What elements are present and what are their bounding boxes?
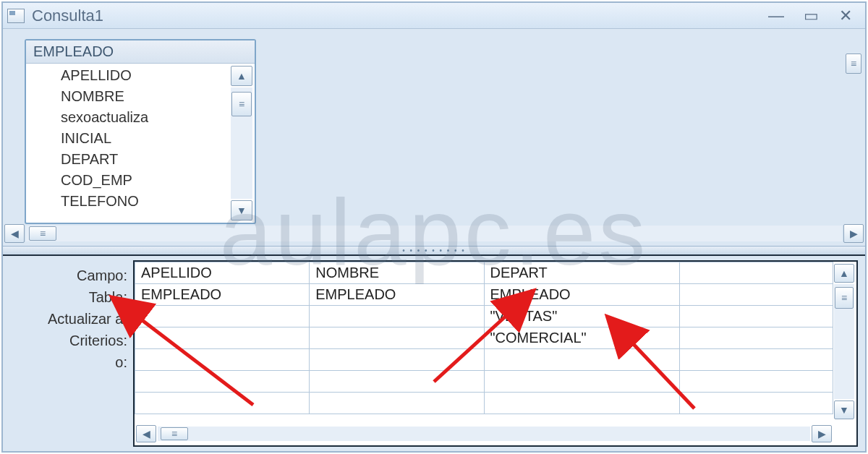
scroll-track[interactable] [834,284,854,399]
maximize-button[interactable]: ▭ [801,9,820,23]
row-extra [135,393,833,414]
cell-tabla[interactable]: EMPLEADO [310,284,484,306]
qbe-grid[interactable]: APELLIDO NOMBRE DEPART EMPLEADO EMPLEADO… [133,260,858,447]
qbe-vscroll[interactable]: ▲ ▼ [834,264,854,419]
cell-actualizar[interactable] [679,306,833,327]
minimize-button[interactable]: — [767,9,786,23]
cell-extra[interactable] [679,393,833,414]
cell-extra[interactable] [679,371,833,393]
scroll-thumb[interactable] [161,427,188,440]
field-item[interactable]: NOMBRE [61,86,255,107]
query-design-window: Consulta1 — ▭ ✕ EMPLEADO APELLIDO NOMBRE… [1,1,867,453]
field-item[interactable]: APELLIDO [61,65,255,86]
window-controls: — ▭ ✕ [767,9,861,23]
cell-criterios[interactable] [310,327,484,349]
row-label-o: o: [10,351,133,373]
titlebar: Consulta1 — ▭ ✕ [3,3,865,29]
cell-tabla[interactable]: EMPLEADO [484,284,679,306]
cell-criterios[interactable]: "COMERCIAL" [484,327,679,349]
cell-criterios[interactable] [135,327,310,349]
query-icon [7,9,25,23]
field-item[interactable]: DEPART [61,149,255,170]
field-item[interactable]: TELEFONO [61,191,255,212]
row-label-tabla: Tabla: [10,286,133,308]
row-criterios: "COMERCIAL" [135,327,833,349]
scroll-track[interactable] [158,427,810,441]
cell-o[interactable] [135,349,310,371]
table-fieldlist[interactable]: EMPLEADO APELLIDO NOMBRE sexoactualiza I… [25,39,256,224]
design-hscroll[interactable]: ◀ ▶ [4,223,864,244]
scroll-up-icon[interactable]: ▲ [231,66,252,86]
pane-splitter[interactable]: • • • • • • • • • [3,246,865,256]
design-vscroll[interactable] [843,33,864,241]
close-button[interactable]: ✕ [836,9,855,23]
design-surface[interactable]: EMPLEADO APELLIDO NOMBRE sexoactualiza I… [3,29,865,246]
scroll-track[interactable] [26,226,842,241]
window-title: Consulta1 [32,7,103,25]
cell-extra[interactable] [135,371,310,393]
cell-extra[interactable] [484,371,679,393]
fieldlist-scrollbar[interactable]: ▲ ▼ [231,66,252,220]
row-tabla: EMPLEADO EMPLEADO EMPLEADO [135,284,833,306]
qbe-grid-body[interactable]: APELLIDO NOMBRE DEPART EMPLEADO EMPLEADO… [135,262,833,422]
field-item[interactable]: COD_EMP [61,170,255,191]
scroll-thumb[interactable] [835,287,854,309]
table-fieldlist-title: EMPLEADO [26,40,255,64]
row-actualizar: "VENTAS" [135,306,833,327]
scroll-up-icon[interactable]: ▲ [834,264,854,283]
scroll-down-icon[interactable]: ▼ [231,200,252,220]
qbe-grid-area: Campo: Tabla: Actualizar a: Criterios: o… [3,256,865,451]
scroll-right-icon[interactable]: ▶ [812,425,832,442]
cell-o[interactable] [310,349,484,371]
cell-extra[interactable] [310,393,484,414]
row-campo: APELLIDO NOMBRE DEPART [135,262,833,284]
cell-criterios[interactable] [679,327,833,349]
scroll-left-icon[interactable]: ◀ [136,425,156,442]
scroll-thumb[interactable] [231,92,252,116]
row-label-actualizar: Actualizar a: [10,308,133,330]
cell-actualizar[interactable]: "VENTAS" [484,306,679,327]
field-item[interactable]: INICIAL [61,128,255,149]
cell-actualizar[interactable] [310,306,484,327]
scroll-thumb[interactable] [846,53,861,74]
cell-actualizar[interactable] [135,306,310,327]
cell-tabla[interactable]: EMPLEADO [135,284,310,306]
scroll-track[interactable] [231,87,252,199]
cell-campo[interactable] [679,262,833,284]
field-item[interactable]: sexoactualiza [61,107,255,128]
row-extra [135,371,833,393]
cell-campo[interactable]: NOMBRE [310,262,484,284]
scroll-right-icon[interactable]: ▶ [843,224,864,243]
scroll-left-icon[interactable]: ◀ [4,224,25,243]
qbe-row-labels: Campo: Tabla: Actualizar a: Criterios: o… [10,260,133,447]
scroll-thumb[interactable] [29,226,56,241]
cell-o[interactable] [679,349,833,371]
row-o [135,349,833,371]
cell-o[interactable] [484,349,679,371]
cell-campo[interactable]: DEPART [484,262,679,284]
cell-tabla[interactable] [679,284,833,306]
cell-extra[interactable] [135,393,310,414]
cell-extra[interactable] [484,393,679,414]
cell-campo[interactable]: APELLIDO [135,262,310,284]
field-list[interactable]: APELLIDO NOMBRE sexoactualiza INICIAL DE… [26,64,255,223]
row-label-criterios: Criterios: [10,330,133,351]
cell-extra[interactable] [310,371,484,393]
qbe-hscroll[interactable]: ◀ ▶ [135,422,833,445]
scroll-down-icon[interactable]: ▼ [834,401,854,419]
row-label-campo: Campo: [10,265,133,286]
